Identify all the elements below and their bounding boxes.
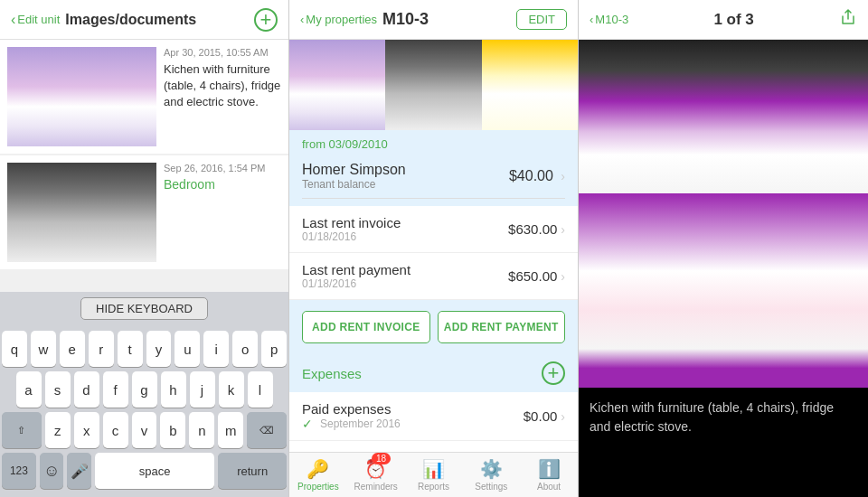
key-c[interactable]: c: [103, 412, 128, 448]
property-image-2: [385, 40, 481, 130]
reports-icon: 📊: [422, 459, 445, 479]
key-e[interactable]: e: [60, 331, 85, 367]
keyboard-row-1: q w e r t y u i o p: [2, 331, 287, 367]
key-w[interactable]: w: [31, 331, 56, 367]
expense-info: Paid expenses ✓ September 2016: [302, 401, 401, 431]
left-header: ‹ Edit unit Images/documents +: [0, 0, 288, 40]
add-expense-button[interactable]: +: [542, 361, 565, 385]
tab-reports[interactable]: 📊 Reports: [405, 458, 463, 492]
invoice-amount: $630.00 ›: [508, 221, 565, 237]
image-caption: Kichen with furniture (table, 4 chairs),…: [579, 388, 868, 447]
right-back-button[interactable]: ‹ M10-3: [590, 13, 628, 26]
tab-bar: 🔑 Properties ⏰ 18 Reminders 📊 Reports ⚙️…: [289, 452, 578, 497]
share-button[interactable]: [839, 8, 857, 31]
key-m[interactable]: m: [218, 412, 243, 448]
expense-label: Paid expenses: [302, 401, 401, 417]
tenant-balance: $40.00 ›: [509, 168, 565, 184]
key-n[interactable]: n: [189, 412, 214, 448]
key-b[interactable]: b: [160, 412, 185, 448]
invoice-info: Last rent invoice 01/18/2016: [302, 215, 401, 243]
left-panel: ‹ Edit unit Images/documents + Apr 30, 2…: [0, 0, 289, 497]
key-emoji[interactable]: ☺: [40, 453, 64, 489]
key-numbers[interactable]: 123: [2, 453, 36, 489]
key-x[interactable]: x: [74, 412, 99, 448]
key-g[interactable]: g: [132, 371, 157, 408]
key-t[interactable]: t: [118, 331, 143, 367]
left-back-button[interactable]: ‹ Edit unit: [11, 12, 60, 28]
last-invoice-row[interactable]: Last rent invoice 01/18/2016 $630.00 ›: [289, 206, 578, 253]
tenant-row[interactable]: Homer Simpson Tenant balance $40.00 ›: [302, 155, 565, 199]
key-v[interactable]: v: [132, 412, 157, 448]
key-u[interactable]: u: [175, 331, 200, 367]
check-icon: ✓: [302, 417, 313, 431]
image-label-2: Bedroom: [164, 177, 281, 192]
tab-settings[interactable]: ⚙️ Settings: [462, 458, 520, 492]
mid-panel: ‹ My properties M10-3 EDIT from 03/09/20…: [289, 0, 579, 497]
paid-expenses-row[interactable]: Paid expenses ✓ September 2016 $0.00 ›: [289, 392, 578, 441]
image-date-1: Apr 30, 2015, 10:55 AM: [164, 47, 281, 58]
right-header: ‹ M10-3 1 of 3: [579, 0, 868, 40]
tab-about[interactable]: ℹ️ About: [520, 458, 578, 492]
payment-label: Last rent payment: [302, 262, 410, 277]
properties-icon: 🔑: [307, 459, 329, 479]
property-images: [289, 40, 578, 130]
key-l[interactable]: l: [248, 371, 273, 408]
right-panel: ‹ M10-3 1 of 3 Kichen with furniture (ta…: [579, 0, 868, 497]
tab-properties[interactable]: 🔑 Properties: [289, 458, 347, 492]
key-mic[interactable]: 🎤: [67, 453, 91, 489]
chevron-right-icon: ›: [561, 222, 565, 237]
key-h[interactable]: h: [161, 371, 186, 408]
chevron-right-icon: ›: [561, 169, 565, 183]
share-icon: [839, 8, 857, 26]
key-a[interactable]: a: [16, 371, 42, 408]
tenant-sub-label: Tenant balance: [302, 178, 406, 191]
tab-reminders[interactable]: ⏰ 18 Reminders: [347, 458, 405, 492]
key-d[interactable]: d: [74, 371, 99, 408]
payment-amount: $650.00 ›: [508, 268, 565, 284]
thumbnail-1: [7, 47, 156, 146]
image-list: Apr 30, 2015, 10:55 AM Kichen with furni…: [0, 40, 288, 292]
last-payment-row[interactable]: Last rent payment 01/18/2016 $650.00 ›: [289, 253, 578, 300]
add-image-button[interactable]: +: [254, 8, 278, 32]
invoice-date: 01/18/2016: [302, 230, 401, 243]
image-desc-1: Kichen with furniture (table, 4 chairs),…: [164, 61, 281, 111]
edit-button[interactable]: EDIT: [516, 9, 567, 30]
list-item: Apr 30, 2015, 10:55 AM Kichen with furni…: [0, 40, 288, 154]
key-shift[interactable]: ⇧: [2, 412, 42, 448]
keyboard: q w e r t y u i o p a s d f g h j k l ⇧ …: [0, 325, 288, 497]
add-rent-payment-button[interactable]: ADD RENT PAYMENT: [438, 311, 566, 343]
tab-reminders-label: Reminders: [354, 482, 398, 492]
key-i[interactable]: i: [203, 331, 229, 367]
settings-icon: ⚙️: [480, 459, 503, 479]
key-o[interactable]: o: [232, 331, 258, 367]
key-space[interactable]: space: [95, 453, 214, 489]
keyboard-row-bottom: 123 ☺ 🎤 space return: [2, 453, 287, 489]
add-rent-invoice-button[interactable]: ADD RENT INVOICE: [302, 311, 430, 343]
left-back-arrow-icon: ‹: [11, 12, 15, 28]
key-j[interactable]: j: [190, 371, 215, 408]
expense-amount: $0.00 ›: [524, 408, 565, 424]
key-y[interactable]: y: [146, 331, 172, 367]
mid-panel-title: M10-3: [382, 10, 511, 29]
key-k[interactable]: k: [219, 371, 244, 408]
tab-properties-label: Properties: [297, 482, 339, 492]
key-s[interactable]: s: [45, 371, 71, 408]
property-image-3: [482, 40, 578, 130]
about-icon: ℹ️: [538, 459, 561, 479]
expenses-label: Expenses: [302, 366, 362, 381]
tenant-info: Homer Simpson Tenant balance: [302, 162, 406, 191]
mid-back-button[interactable]: ‹ My properties: [300, 13, 377, 26]
thumbnail-2: [7, 163, 156, 262]
key-p[interactable]: p: [261, 331, 287, 367]
key-r[interactable]: r: [89, 331, 114, 367]
right-back-arrow-icon: ‹: [590, 13, 593, 26]
image-date-2: Sep 26, 2016, 1:54 PM: [164, 163, 281, 173]
right-image-bottom: [579, 193, 868, 388]
key-delete[interactable]: ⌫: [247, 412, 287, 448]
key-return[interactable]: return: [218, 453, 287, 489]
hide-keyboard-button[interactable]: HIDE KEYBOARD: [80, 297, 208, 320]
left-back-label: Edit unit: [17, 13, 60, 26]
key-f[interactable]: f: [103, 371, 128, 408]
key-z[interactable]: z: [45, 412, 71, 448]
key-q[interactable]: q: [2, 331, 27, 367]
